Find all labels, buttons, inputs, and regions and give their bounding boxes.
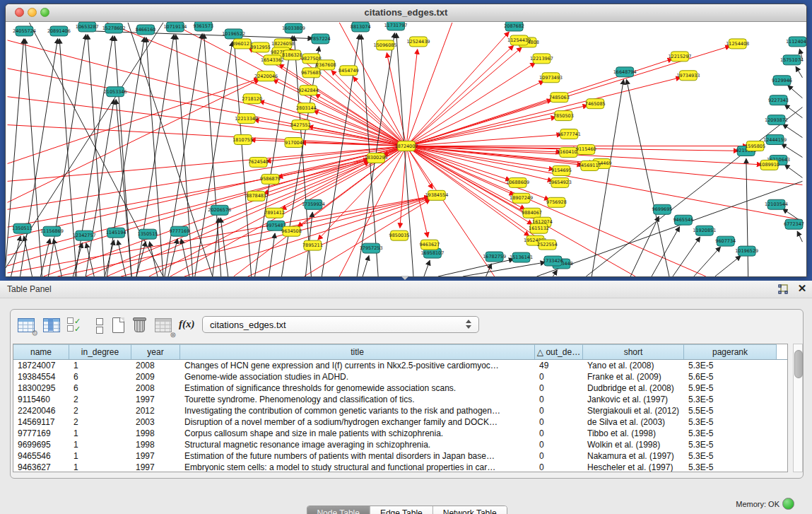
table-row[interactable]: 2242004622012Investigating the contribut… <box>13 405 787 416</box>
graph-edge[interactable] <box>694 247 721 276</box>
table-row[interactable]: 1872400712008Changes of HCN gene express… <box>13 360 787 371</box>
graph-node[interactable]: 1350511 <box>12 223 33 233</box>
graph-node[interactable]: 8912955 <box>250 42 271 52</box>
graph-node[interactable]: 9361573 <box>193 22 213 31</box>
graph-edge[interactable] <box>181 239 189 276</box>
graph-edge[interactable] <box>673 237 700 276</box>
graph-edge[interactable] <box>107 37 144 276</box>
graph-edge[interactable] <box>783 124 803 138</box>
graph-node[interactable]: 9129946 <box>772 76 792 86</box>
table-row[interactable]: 946362711997Embryonic stem cells: a mode… <box>13 462 787 472</box>
graph-edge[interactable] <box>553 270 557 276</box>
graph-node[interactable]: 16648794 <box>613 67 637 77</box>
close-icon[interactable]: ✕ <box>796 282 808 295</box>
graph-edge[interactable] <box>264 146 406 194</box>
graph-node[interactable]: 9884067 <box>522 208 542 218</box>
graph-edge[interactable] <box>114 36 131 276</box>
graph-node[interactable]: 14569117 <box>578 160 601 170</box>
rows-icon[interactable] <box>90 318 110 338</box>
graph-node[interactable]: 12213349 <box>235 114 258 124</box>
float-window-icon[interactable] <box>777 284 789 295</box>
graph-edge[interactable] <box>136 35 174 276</box>
table-row[interactable]: 1456911722003Disruption of a novel membe… <box>13 416 787 428</box>
function-builder-icon[interactable]: f(x) <box>179 315 199 335</box>
graph-edge[interactable] <box>86 100 114 276</box>
column-header-in_degree[interactable]: in_degree <box>69 344 131 359</box>
graph-node[interactable]: 16777741 <box>558 129 581 139</box>
new-table-icon[interactable] <box>110 315 129 335</box>
graph-edge[interactable] <box>269 233 275 276</box>
panel-divider-grip[interactable] <box>401 276 409 280</box>
graph-edge[interactable] <box>406 146 529 236</box>
table-row[interactable]: 977716911998Corpus callosum shape and si… <box>13 428 787 439</box>
graph-edge[interactable] <box>797 231 802 242</box>
graph-node[interactable]: 11731797 <box>384 22 408 30</box>
graph-edge[interactable] <box>630 216 659 276</box>
graph-edge[interactable] <box>339 23 406 146</box>
graph-node[interactable]: 7850503 <box>553 111 574 121</box>
graph-node[interactable]: 10653287 <box>76 22 99 32</box>
network-canvas[interactable]: 2405572420891406106532871527860284661601… <box>6 22 806 276</box>
graph-edge[interactable] <box>406 45 514 146</box>
graph-node[interactable]: 9756928 <box>546 197 567 207</box>
graph-edge[interactable] <box>463 262 546 276</box>
graph-node[interactable]: 15096085 <box>374 40 397 50</box>
select-column-icon[interactable] <box>42 315 61 335</box>
column-header-pagerank[interactable]: pagerank <box>684 344 777 359</box>
graph-node[interactable]: 9777169 <box>169 226 189 236</box>
graph-edge[interactable] <box>8 80 259 203</box>
graph-node[interactable]: 17359924 <box>302 199 325 209</box>
graph-node[interactable]: 19384554 <box>425 190 448 200</box>
graph-edge[interactable] <box>788 86 803 98</box>
graph-node[interactable]: 8466160 <box>136 25 156 35</box>
graph-node[interactable]: 15751074 <box>780 55 804 65</box>
graph-node[interactable]: 20206576 <box>208 205 231 215</box>
graph-node[interactable]: 10196522 <box>222 29 245 39</box>
graph-edge[interactable] <box>176 35 193 276</box>
graph-edge[interactable] <box>150 242 158 276</box>
graph-edge[interactable] <box>220 218 228 276</box>
graph-node[interactable]: 1145194 <box>106 228 126 238</box>
column-header-year[interactable]: year <box>131 344 180 359</box>
graph-node[interactable]: 2087682 <box>504 22 524 31</box>
graph-node[interactable]: 1350515 <box>138 229 158 239</box>
table-selector-dropdown[interactable]: citations_edges.txt <box>202 316 479 333</box>
graph-node[interactable]: 18907249 <box>510 193 533 203</box>
graph-edge[interactable] <box>105 240 114 276</box>
graph-edge[interactable] <box>8 78 259 163</box>
graph-node[interactable]: 7895211 <box>302 240 323 250</box>
graph-node[interactable]: 1595805 <box>745 141 765 151</box>
graph-edge[interactable] <box>586 107 802 276</box>
graph-edge[interactable] <box>796 66 802 78</box>
graph-node[interactable]: 12103544 <box>765 199 788 209</box>
graph-edge[interactable] <box>318 146 406 240</box>
graph-node[interactable]: 8878483 <box>246 191 266 201</box>
graph-node[interactable]: 2522554 <box>537 240 558 250</box>
graph-node[interactable]: 12444159 <box>763 135 787 145</box>
column-header-out_de[interactable]: △ out_de… <box>535 344 583 359</box>
graph-node[interactable]: 12093872 <box>765 115 788 125</box>
graph-edge[interactable] <box>213 218 219 276</box>
graph-node[interactable]: 1810755 <box>233 135 253 145</box>
graph-node[interactable]: 9465546 <box>673 215 694 225</box>
table-vertical-scrollbar[interactable] <box>793 344 803 472</box>
graph-node[interactable]: 20891406 <box>47 26 71 36</box>
graph-edge[interactable] <box>715 256 741 276</box>
graph-node[interactable]: 1733426 <box>543 256 563 266</box>
graph-node[interactable]: 7465085 <box>585 99 606 109</box>
graph-node[interactable]: 7485063 <box>549 93 570 103</box>
graph-node[interactable]: 9586879 <box>260 174 281 184</box>
graph-node[interactable]: 18300295 <box>365 153 388 163</box>
graph-node[interactable]: 8427552 <box>290 120 311 130</box>
graph-node[interactable]: 15136141 <box>510 252 533 262</box>
graph-node[interactable]: 24055724 <box>13 26 36 36</box>
table-row[interactable]: 1830029562008Estimation of significance … <box>13 382 787 394</box>
graph-node[interactable]: 6772347 <box>784 219 804 229</box>
column-header-name[interactable]: name <box>13 344 69 359</box>
graph-edge[interactable] <box>40 239 49 276</box>
graph-node[interactable]: 11156869 <box>40 226 64 236</box>
graph-edge[interactable] <box>149 162 369 276</box>
column-header-short[interactable]: short <box>583 344 684 359</box>
graph-node[interactable]: 8813074 <box>351 22 371 32</box>
graph-edge[interactable] <box>24 236 33 276</box>
